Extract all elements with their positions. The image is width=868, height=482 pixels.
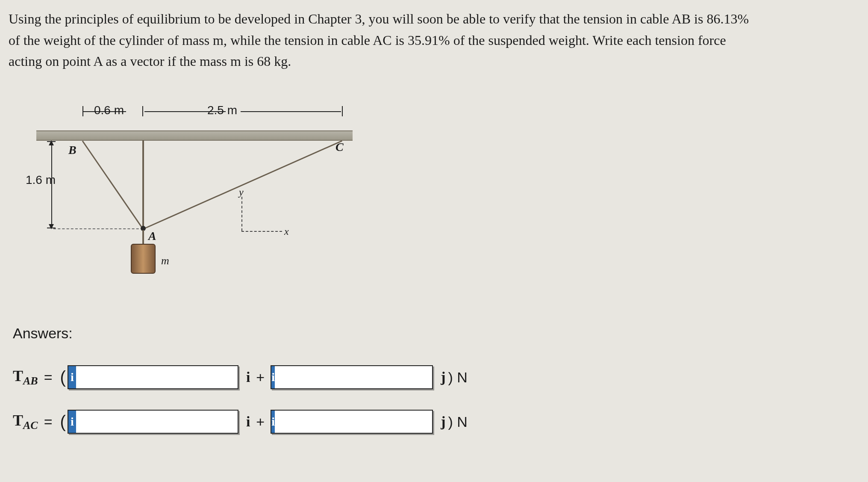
equals: = xyxy=(44,369,53,386)
dim-line xyxy=(241,111,341,112)
tac-i-component-input[interactable] xyxy=(76,411,238,433)
cylinder-mass xyxy=(131,244,156,274)
open-paren: ( xyxy=(60,412,66,432)
tac-j-input-box: i xyxy=(271,410,433,434)
arrowhead-icon xyxy=(49,140,54,145)
hanger xyxy=(142,230,144,245)
open-paren: ( xyxy=(60,368,66,387)
tab-i-component-input[interactable] xyxy=(76,366,238,388)
tab-i-input-box: i xyxy=(68,365,238,389)
vertical-rod xyxy=(142,140,144,230)
t-main: T xyxy=(13,412,23,429)
plus: + xyxy=(256,414,265,430)
tac-label: TAC xyxy=(13,411,38,432)
info-icon[interactable]: i xyxy=(68,411,76,433)
answers-heading: Answers: xyxy=(13,325,468,342)
ceiling-bar xyxy=(36,130,353,141)
tac-j-component-input[interactable] xyxy=(275,411,436,433)
problem-line-1: Using the principles of equilibrium to b… xyxy=(9,11,749,27)
info-icon[interactable]: i xyxy=(271,411,275,433)
coord-frame: y x xyxy=(241,197,293,240)
figure: 0.6 m 2.5 m B C 1.6 m A m y x xyxy=(36,107,370,287)
unit-n: ) N xyxy=(448,369,468,386)
point-a-label: A xyxy=(148,229,156,243)
problem-line-2: of the weight of the cylinder of mass m,… xyxy=(9,33,726,48)
answer-row-tac: TAC = ( i i + i j) N xyxy=(13,410,468,434)
info-icon[interactable]: i xyxy=(68,366,76,388)
tac-i-input-box: i xyxy=(68,410,238,434)
dim-0-6: 0.6 m xyxy=(94,103,124,117)
t-sub: AC xyxy=(23,419,38,432)
equals: = xyxy=(44,414,53,430)
tab-label: TAB xyxy=(13,367,38,387)
tab-j-input-box: i xyxy=(271,365,433,389)
dim-1-6: 1.6 m xyxy=(26,173,56,187)
y-label: y xyxy=(239,186,244,198)
cable-ab xyxy=(82,141,144,230)
unit-i: i xyxy=(246,414,250,430)
tick xyxy=(342,106,343,116)
problem-statement: Using the principles of equilibrium to b… xyxy=(0,0,868,72)
tick xyxy=(142,106,143,116)
unit-i: i xyxy=(246,369,250,385)
x-axis xyxy=(241,231,282,232)
t-main: T xyxy=(13,367,23,384)
info-icon[interactable]: i xyxy=(271,366,275,388)
dim-2-5: 2.5 m xyxy=(207,103,237,117)
problem-line-3: acting on point A as a vector if the mas… xyxy=(9,53,291,69)
unit-j: j xyxy=(441,414,445,430)
answer-row-tab: TAB = ( i i + i j) N xyxy=(13,365,468,389)
tick xyxy=(82,106,83,116)
tab-j-component-input[interactable] xyxy=(275,366,436,388)
mass-label: m xyxy=(161,254,169,267)
unit-j: j xyxy=(441,369,445,385)
plus: + xyxy=(256,369,265,386)
x-label: x xyxy=(284,226,289,237)
point-b-label: B xyxy=(68,143,77,157)
y-axis xyxy=(241,197,242,231)
unit-n: ) N xyxy=(448,414,468,430)
t-sub: AB xyxy=(23,375,38,387)
dashed-baseline xyxy=(53,228,143,229)
answers-section: Answers: TAB = ( i i + i j) N TAC = ( i … xyxy=(13,325,468,454)
